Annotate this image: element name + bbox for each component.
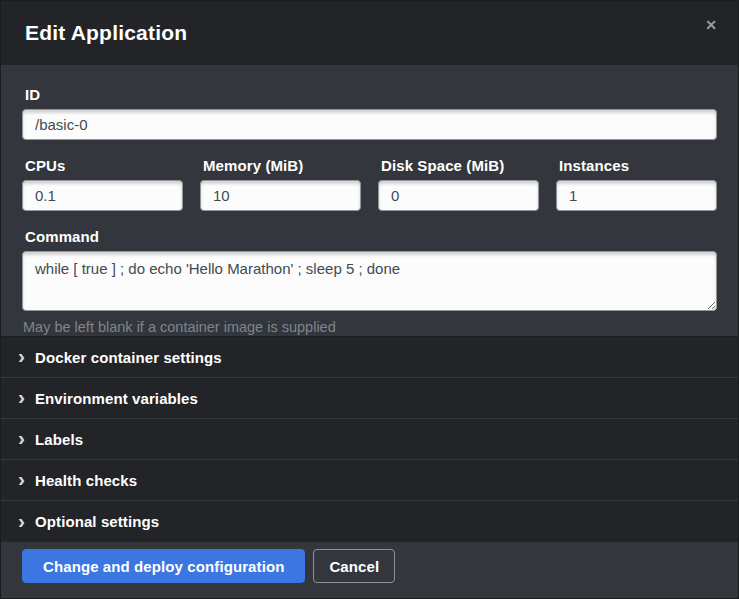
section-environment-variables[interactable]: › Environment variables [1, 378, 738, 419]
memory-field-group: Memory (MiB) [200, 157, 361, 211]
id-field-group: ID [22, 86, 717, 140]
section-label: Environment variables [35, 390, 198, 407]
modal-title: Edit Application [25, 21, 187, 45]
close-icon: ✕ [705, 17, 717, 33]
collapsible-sections: › Docker container settings › Environmen… [1, 336, 738, 542]
id-field-label: ID [25, 86, 717, 103]
memory-input[interactable] [200, 180, 361, 211]
command-field-label: Command [25, 228, 717, 245]
cpus-field-label: CPUs [25, 157, 183, 174]
disk-field-label: Disk Space (MiB) [381, 157, 539, 174]
section-label: Docker container settings [35, 349, 222, 366]
instances-input[interactable] [556, 180, 717, 211]
close-button[interactable]: ✕ [700, 14, 722, 36]
id-input[interactable] [22, 109, 717, 140]
chevron-right-icon: › [18, 427, 25, 448]
resources-row: CPUs Memory (MiB) Disk Space (MiB) Insta… [22, 157, 717, 211]
cpus-field-group: CPUs [22, 157, 183, 211]
chevron-right-icon: › [18, 468, 25, 489]
modal-header: Edit Application ✕ [1, 1, 738, 65]
section-label: Labels [35, 431, 83, 448]
section-docker-container-settings[interactable]: › Docker container settings [1, 337, 738, 378]
instances-field-group: Instances [556, 157, 717, 211]
memory-field-label: Memory (MiB) [203, 157, 361, 174]
form-body: ID CPUs Memory (MiB) Disk Space (MiB) In… [1, 65, 738, 336]
change-and-deploy-button[interactable]: Change and deploy configuration [22, 549, 305, 583]
disk-field-group: Disk Space (MiB) [378, 157, 539, 211]
section-health-checks[interactable]: › Health checks [1, 460, 738, 501]
chevron-right-icon: › [18, 510, 25, 531]
section-label: Health checks [35, 472, 137, 489]
edit-application-modal: Edit Application ✕ ID CPUs Memory (MiB) … [0, 0, 739, 599]
section-optional-settings[interactable]: › Optional settings [1, 501, 738, 542]
command-help-text: May be left blank if a container image i… [23, 319, 717, 335]
section-label: Optional settings [35, 513, 159, 530]
modal-footer: Change and deploy configuration Cancel [1, 542, 738, 598]
section-labels[interactable]: › Labels [1, 419, 738, 460]
chevron-right-icon: › [18, 345, 25, 366]
disk-input[interactable] [378, 180, 539, 211]
command-field-group: Command while [ true ] ; do echo 'Hello … [22, 228, 717, 335]
cancel-button[interactable]: Cancel [313, 549, 395, 583]
instances-field-label: Instances [559, 157, 717, 174]
chevron-right-icon: › [18, 386, 25, 407]
command-textarea[interactable]: while [ true ] ; do echo 'Hello Marathon… [22, 251, 717, 311]
cpus-input[interactable] [22, 180, 183, 211]
